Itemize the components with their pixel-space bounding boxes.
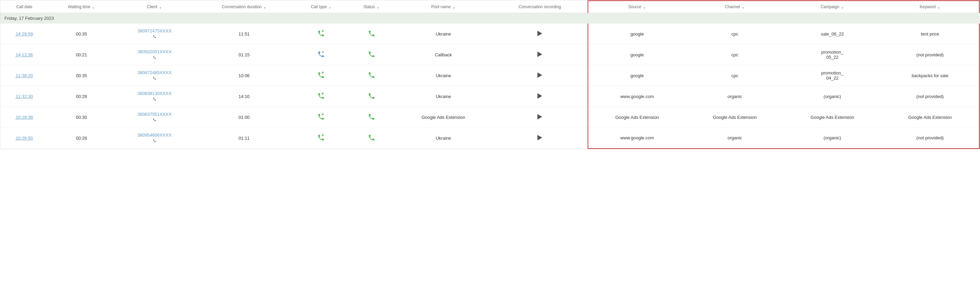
play-button[interactable] (538, 95, 542, 100)
cell-campaign: sale_06_22 (783, 24, 881, 45)
phone-small-icon (153, 118, 156, 123)
cell-conv-recording (492, 45, 588, 65)
cell-campaign: (organic) (783, 86, 881, 107)
cell-conv-recording (492, 24, 588, 45)
cell-source: google (588, 45, 686, 65)
campaign-filter-icon[interactable] (841, 5, 844, 8)
status-icon (368, 137, 375, 142)
th-call-date: Call date (0, 1, 48, 13)
cell-pool-name: Google Ads Extension (395, 107, 492, 128)
cell-status (348, 128, 395, 148)
cell-conv-recording (492, 86, 588, 107)
cell-conv-duration: 14:10 (194, 86, 294, 107)
conv-duration-filter-icon[interactable] (263, 5, 267, 8)
cell-source: www.google.com (588, 86, 686, 107)
cell-source: Google Ads Extension (588, 107, 686, 128)
client-phone-link[interactable]: 380638130XXXX (137, 91, 172, 96)
play-button[interactable] (538, 32, 542, 37)
cell-channel: organic (686, 128, 784, 148)
cell-channel: organic (686, 86, 784, 107)
status-icon (368, 75, 375, 80)
cell-pool-name: Ukraine (395, 86, 492, 107)
th-keyword: Keyword (881, 1, 979, 13)
cell-waiting-time: 00:35 (48, 24, 115, 45)
cell-status (348, 107, 395, 128)
phone-small-icon (153, 55, 156, 60)
source-filter-icon[interactable] (643, 5, 646, 8)
status-icon (368, 54, 375, 59)
call-type-icon (317, 116, 325, 121)
cell-call-type (294, 24, 348, 45)
client-filter-icon[interactable] (159, 5, 162, 8)
call-time-link[interactable]: 14:12:36 (16, 52, 33, 57)
th-conv-recording: Conversation recording (492, 1, 588, 13)
client-phone-link[interactable]: 380637551XXXX (137, 112, 172, 117)
cell-call-type (294, 86, 348, 107)
status-icon (368, 116, 375, 121)
call-time-link[interactable]: 10:26:50 (16, 135, 33, 141)
cell-call-date: 11:38:20 (0, 65, 48, 86)
cell-call-type (294, 107, 348, 128)
cell-client: 380972475XXXX (115, 24, 194, 45)
table-header-row: Call date Waiting time Client (0, 1, 979, 13)
cell-campaign: promotion_04_22 (783, 65, 881, 86)
cell-keyword: backpacks for sale (881, 65, 979, 86)
play-button[interactable] (538, 53, 542, 58)
cell-campaign: Google Ads Extension (783, 107, 881, 128)
play-button[interactable] (538, 74, 542, 79)
play-button[interactable] (538, 115, 542, 121)
pool-name-filter-icon[interactable] (452, 5, 455, 8)
cell-conv-recording (492, 107, 588, 128)
call-time-link[interactable]: 11:32:30 (16, 94, 33, 99)
th-channel: Channel (686, 1, 784, 13)
cell-channel: cpc (686, 24, 784, 45)
cell-conv-duration: 01:11 (194, 128, 294, 148)
waiting-time-filter-icon[interactable] (92, 5, 95, 8)
th-waiting-time: Waiting time (48, 1, 115, 13)
th-pool-name: Pool name (395, 1, 492, 13)
call-time-link[interactable]: 14:29:59 (16, 32, 33, 37)
client-phone-link[interactable]: 380502051XXXX (137, 49, 172, 54)
cell-pool-name: Callback (395, 45, 492, 65)
cell-waiting-time: 00:35 (48, 65, 115, 86)
cell-source: www.google.com (588, 128, 686, 148)
cell-pool-name: Ukraine (395, 65, 492, 86)
call-type-filter-icon[interactable] (328, 5, 332, 8)
cell-keyword: tent price (881, 24, 979, 45)
call-time-link[interactable]: 11:38:20 (16, 73, 33, 78)
cell-call-type (294, 65, 348, 86)
phone-small-icon (153, 34, 156, 39)
table-row: 10:28:38 00:30 380637551XXXX 01:00 Googl… (0, 107, 979, 128)
table-row: 10:26:50 00:26 380954606XXXX 01:11 Ukrai… (0, 128, 979, 148)
cell-campaign: promotion_05_22 (783, 45, 881, 65)
client-phone-link[interactable]: 380972475XXXX (137, 28, 172, 33)
cell-status (348, 45, 395, 65)
cell-conv-recording (492, 128, 588, 148)
call-time-link[interactable]: 10:28:38 (16, 115, 33, 120)
cell-call-date: 11:32:30 (0, 86, 48, 107)
play-button[interactable] (538, 136, 542, 141)
cell-campaign: (organic) (783, 128, 881, 148)
channel-filter-icon[interactable] (741, 5, 745, 8)
cell-client: 380637551XXXX (115, 107, 194, 128)
client-phone-link[interactable]: 380954606XXXX (137, 132, 172, 138)
cell-channel: cpc (686, 65, 784, 86)
th-campaign: Campaign (783, 1, 881, 13)
keyword-filter-icon[interactable] (937, 5, 940, 8)
cell-conv-duration: 10:06 (194, 65, 294, 86)
cell-channel: cpc (686, 45, 784, 65)
cell-waiting-time: 00:30 (48, 107, 115, 128)
client-phone-link[interactable]: 380672485XXXX (137, 70, 172, 75)
cell-call-type (294, 45, 348, 65)
cell-client: 380672485XXXX (115, 65, 194, 86)
cell-call-type (294, 128, 348, 148)
th-client: Client (115, 1, 194, 13)
cell-conv-recording (492, 65, 588, 86)
status-filter-icon[interactable] (376, 5, 380, 8)
cell-channel: Google Ads Extension (686, 107, 784, 128)
cell-pool-name: Ukraine (395, 128, 492, 148)
cell-conv-duration: 01:00 (194, 107, 294, 128)
phone-small-icon (153, 97, 156, 102)
cell-status (348, 65, 395, 86)
call-type-icon (317, 75, 325, 80)
